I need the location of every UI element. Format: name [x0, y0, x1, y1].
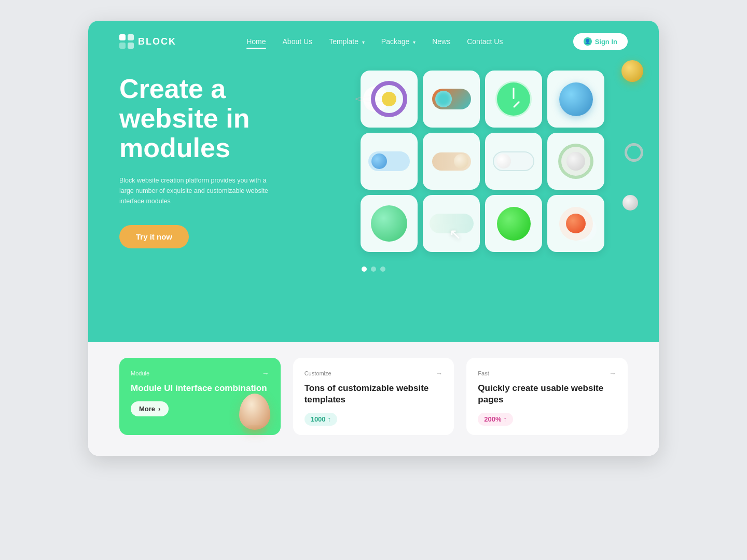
- dot-2[interactable]: [371, 267, 376, 272]
- customize-badge: 1000 ↑: [305, 413, 337, 426]
- dot-1[interactable]: [362, 267, 367, 272]
- cursor-icon: ↖: [449, 226, 461, 243]
- orange-teal-toggle: [432, 89, 471, 109]
- module-cell-4: [547, 71, 604, 128]
- bright-green-circle: [497, 207, 531, 241]
- page-wrapper: BLOCK Home About Us Template ▾ Package ▾: [88, 21, 659, 456]
- hero-text-block: Create a website in modules Block websit…: [119, 74, 316, 249]
- green-pill-cursor: ↖: [430, 214, 474, 233]
- orange-circle-cell: [559, 207, 593, 241]
- egg-3d-decoration: [239, 394, 270, 430]
- feature-card-fast: Fast → Quickly create usable website pag…: [466, 358, 628, 435]
- orange-inner-circle: [566, 214, 586, 233]
- signin-user-icon: 👤: [584, 37, 592, 46]
- modules-grid: ↖: [361, 71, 604, 252]
- logo[interactable]: BLOCK: [119, 34, 176, 49]
- logo-icon: [119, 34, 134, 49]
- module-cell-11: [485, 195, 542, 252]
- badge-up-arrow-pink-icon: ↑: [504, 415, 507, 423]
- module-cell-12: [547, 195, 604, 252]
- fast-card-arrow-icon: →: [609, 369, 616, 377]
- module-cell-3: [485, 71, 542, 128]
- purple-ring-yellow-circle: [371, 81, 407, 117]
- more-button[interactable]: More ›: [131, 401, 169, 416]
- badge-up-arrow-icon: ↑: [328, 415, 331, 423]
- nav-item-package[interactable]: Package ▾: [381, 37, 416, 46]
- nav-item-about[interactable]: About Us: [283, 37, 313, 46]
- module-cell-8: [547, 133, 604, 190]
- hero-visual: ↖: [337, 71, 628, 252]
- signin-button[interactable]: 👤 Sign In: [573, 33, 628, 50]
- logo-icon-top-right: [128, 34, 134, 40]
- hero-section: BLOCK Home About Us Template ▾ Package ▾: [88, 21, 659, 342]
- module-card-arrow-icon: →: [262, 369, 269, 377]
- feature-tag-module: Module →: [131, 369, 269, 377]
- template-dropdown-icon: ▾: [362, 39, 365, 45]
- grey-inner-sphere: [566, 152, 585, 171]
- fast-card-title: Quickly create usable website pages: [478, 383, 616, 405]
- module-cell-9: [361, 195, 418, 252]
- module-cell-5: [361, 133, 418, 190]
- nav-item-news[interactable]: News: [432, 37, 450, 46]
- chrome-ring-decoration: [625, 143, 643, 162]
- module-cell-1: [361, 71, 418, 128]
- feature-card-module: Module → Module UI interface combination…: [119, 358, 281, 435]
- feature-card-customize: Customize → Tons of customizable website…: [293, 358, 454, 435]
- yellow-inner-circle: [382, 92, 396, 106]
- hero-content: Create a website in modules Block websit…: [119, 60, 628, 252]
- feature-tag-customize: Customize →: [305, 369, 443, 377]
- customize-card-title: Tons of customizable website templates: [305, 383, 443, 405]
- nav-links: Home About Us Template ▾ Package ▾ News: [246, 37, 503, 46]
- module-cell-10: ↖: [423, 195, 480, 252]
- hero-dots: [119, 252, 628, 277]
- module-cell-2: [423, 71, 480, 128]
- hero-title: Create a website in modules: [119, 74, 316, 163]
- navbar: BLOCK Home About Us Template ▾ Package ▾: [119, 21, 628, 60]
- nav-item-template[interactable]: Template ▾: [329, 37, 365, 46]
- module-cell-6: [423, 133, 480, 190]
- blue-pill-toggle: [368, 151, 410, 171]
- green-clock: [495, 81, 532, 117]
- white-toggle: [493, 151, 534, 171]
- more-chevron-icon: ›: [158, 405, 160, 413]
- blue-sphere: [559, 82, 593, 116]
- hero-description: Block website creation platform provides…: [119, 175, 275, 206]
- module-cell-7: [485, 133, 542, 190]
- cta-button[interactable]: Try it now: [119, 225, 189, 248]
- nav-item-home[interactable]: Home: [246, 37, 266, 46]
- bottom-section: Module → Module UI interface combination…: [88, 342, 659, 456]
- feature-tag-fast: Fast →: [478, 369, 616, 377]
- logo-text: BLOCK: [138, 36, 176, 47]
- gold-sphere-decoration: [621, 60, 643, 82]
- module-card-title: Module UI interface combination: [131, 383, 269, 394]
- small-white-sphere: [622, 195, 638, 211]
- nav-item-contact[interactable]: Contact Us: [467, 37, 503, 46]
- fast-badge: 200% ↑: [478, 413, 513, 426]
- light-green-circle: [371, 205, 407, 242]
- customize-card-arrow-icon: →: [435, 369, 442, 377]
- beige-pill: [432, 152, 471, 171]
- logo-icon-bottom-left: [119, 43, 126, 49]
- green-ring-sphere: [558, 144, 593, 179]
- dot-3[interactable]: [380, 267, 385, 272]
- package-dropdown-icon: ▾: [413, 39, 416, 45]
